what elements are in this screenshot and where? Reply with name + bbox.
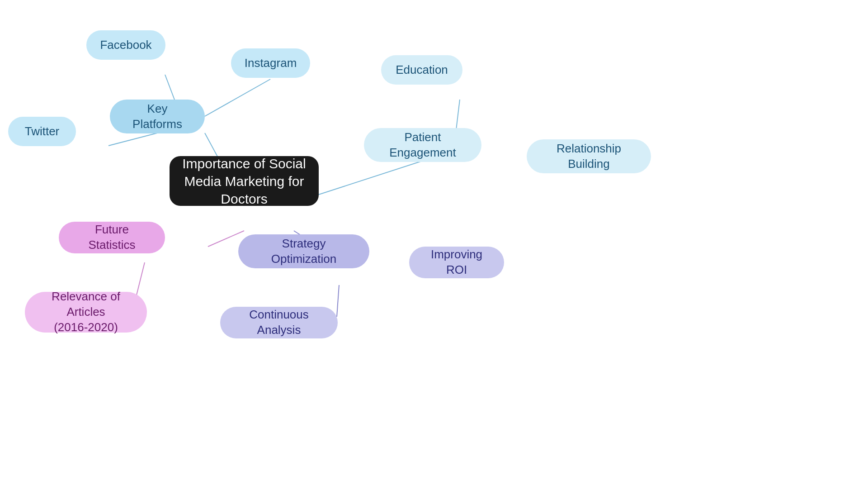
svg-line-10 <box>208 231 244 247</box>
strategy-optimization-node: Strategy Optimization <box>238 234 369 268</box>
patient-engagement-node: Patient Engagement <box>364 128 481 162</box>
relationship-building-node: Relationship Building <box>527 139 651 173</box>
twitter-node: Twitter <box>8 117 76 146</box>
facebook-node: Facebook <box>86 30 165 60</box>
continuous-analysis-node: Continuous Analysis <box>220 307 338 338</box>
future-statistics-node: Future Statistics <box>59 222 165 253</box>
education-node: Education <box>381 55 462 85</box>
svg-line-11 <box>136 262 145 299</box>
relevance-of-articles-node: Relevance of Articles (2016-2020) <box>25 292 147 333</box>
svg-line-3 <box>108 133 157 146</box>
svg-line-9 <box>337 285 339 317</box>
improving-roi-node: Improving ROI <box>409 247 504 278</box>
center-node: Importance of Social Media Marketing for… <box>170 156 319 206</box>
svg-line-2 <box>205 79 270 116</box>
svg-line-4 <box>319 162 420 195</box>
instagram-node: Instagram <box>231 48 310 78</box>
key-platforms-node: Key Platforms <box>110 100 205 133</box>
